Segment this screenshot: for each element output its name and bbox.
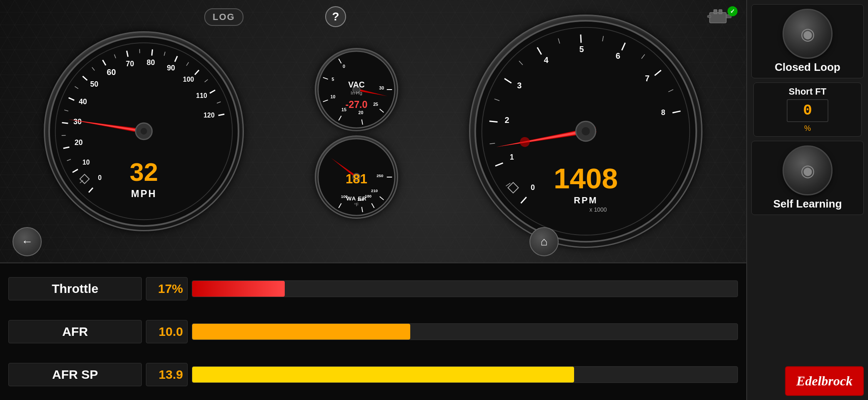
throttle-value: 17% bbox=[146, 277, 188, 300]
svg-text:90: 90 bbox=[167, 64, 175, 72]
svg-text:100: 100 bbox=[183, 76, 194, 83]
vac-value: -27.0 bbox=[345, 99, 367, 110]
svg-point-107 bbox=[582, 127, 590, 135]
svg-rect-111 bbox=[719, 10, 722, 14]
afrsp-track bbox=[192, 366, 738, 383]
svg-text:120: 120 bbox=[203, 112, 215, 119]
svg-text:10: 10 bbox=[83, 159, 90, 166]
edelbrock-logo: Edelbrock bbox=[785, 366, 864, 396]
vac-sublabel: In Hg bbox=[351, 90, 362, 95]
afr-label: AFR bbox=[8, 320, 142, 343]
speed-unit: MPH bbox=[131, 188, 157, 199]
center-gauges: 0 5 10 15 bbox=[315, 48, 398, 219]
svg-text:210: 210 bbox=[371, 188, 378, 193]
svg-point-43 bbox=[140, 128, 147, 135]
rpm-subunit: x 1000 bbox=[590, 206, 607, 213]
throttle-label: Throttle bbox=[8, 277, 142, 300]
throttle-track bbox=[192, 280, 738, 297]
water-label: WA ER bbox=[346, 195, 367, 202]
vac-svg: 0 5 10 15 bbox=[316, 49, 397, 130]
engine-icon: ✓ bbox=[705, 6, 739, 27]
afrsp-fill bbox=[192, 367, 574, 382]
svg-text:30: 30 bbox=[379, 85, 384, 90]
vac-gauge: 0 5 10 15 bbox=[315, 48, 398, 131]
throttle-row: Throttle 17% bbox=[8, 271, 738, 307]
svg-text:250: 250 bbox=[376, 173, 383, 178]
afrsp-value: 13.9 bbox=[146, 363, 188, 386]
afr-value: 10.0 bbox=[146, 320, 188, 343]
svg-line-81 bbox=[489, 121, 498, 122]
svg-text:7: 7 bbox=[645, 74, 650, 83]
rpm-value: 1408 bbox=[554, 162, 618, 195]
svg-text:5: 5 bbox=[332, 77, 334, 82]
svg-text:80: 80 bbox=[147, 58, 155, 67]
afr-fill bbox=[192, 324, 410, 340]
short-ft-value: 0 bbox=[803, 102, 812, 119]
svg-text:3: 3 bbox=[517, 81, 522, 90]
svg-text:✓: ✓ bbox=[730, 8, 735, 15]
svg-line-87 bbox=[581, 35, 581, 43]
svg-text:5: 5 bbox=[580, 45, 584, 54]
back-button[interactable]: ← bbox=[13, 227, 42, 256]
svg-text:10: 10 bbox=[331, 94, 336, 99]
home-button[interactable]: ⌂ bbox=[529, 227, 559, 256]
home-icon: ⌂ bbox=[541, 235, 548, 248]
svg-text:4: 4 bbox=[544, 55, 549, 65]
water-value: 181 bbox=[346, 172, 367, 186]
help-button[interactable]: ? bbox=[325, 6, 346, 27]
svg-text:40: 40 bbox=[79, 98, 87, 106]
rpm-unit: RPM bbox=[574, 195, 597, 205]
svg-rect-113 bbox=[707, 15, 711, 18]
svg-text:0: 0 bbox=[343, 64, 345, 69]
svg-text:6: 6 bbox=[616, 51, 620, 60]
short-ft-unit: % bbox=[804, 124, 811, 133]
svg-text:110: 110 bbox=[196, 92, 207, 99]
speedometer-gauge: 0 10 20 30 bbox=[44, 31, 244, 231]
afr-row: AFR 10.0 bbox=[8, 314, 738, 349]
short-ft-display: 0 bbox=[787, 99, 828, 122]
svg-text:8: 8 bbox=[661, 108, 665, 117]
svg-rect-109 bbox=[710, 12, 726, 23]
svg-text:0: 0 bbox=[531, 183, 535, 192]
svg-text:25: 25 bbox=[373, 102, 378, 107]
svg-text:50: 50 bbox=[90, 80, 98, 88]
bottom-bar: Throttle 17% AFR 10.0 AFR SP 13.9 bbox=[0, 262, 746, 400]
log-button[interactable]: LOG bbox=[204, 8, 243, 26]
svg-text:1: 1 bbox=[510, 153, 514, 161]
svg-line-30 bbox=[62, 135, 66, 136]
svg-text:60: 60 bbox=[107, 68, 116, 77]
svg-line-35 bbox=[140, 49, 140, 53]
engine-icon-area: ✓ bbox=[705, 6, 739, 27]
short-ft-section: Short FT 0 % bbox=[753, 82, 862, 137]
short-ft-label: Short FT bbox=[789, 86, 826, 97]
afr-track bbox=[192, 323, 738, 340]
svg-text:2: 2 bbox=[505, 115, 509, 125]
tachometer-svg: 0 1 2 3 4 bbox=[470, 16, 701, 247]
afrsp-row: AFR SP 13.9 bbox=[8, 357, 738, 392]
svg-line-8 bbox=[62, 122, 68, 123]
svg-text:20: 20 bbox=[359, 110, 364, 115]
back-icon: ← bbox=[21, 235, 33, 248]
water-gauge: 100 150 180 210 250 bbox=[315, 135, 398, 219]
closed-loop-indicator: ◉ bbox=[783, 9, 833, 59]
svg-text:70: 70 bbox=[126, 60, 134, 68]
closed-loop-label: Closed Loop bbox=[775, 61, 840, 74]
throttle-fill bbox=[192, 281, 285, 297]
afrsp-label: AFR SP bbox=[8, 363, 142, 386]
water-sublabel: °F bbox=[354, 202, 359, 207]
self-learning-section[interactable]: ◉ Self Learning bbox=[751, 141, 864, 215]
speedometer-svg: 0 10 20 30 bbox=[45, 32, 243, 230]
tachometer-gauge: 0 1 2 3 4 bbox=[469, 15, 702, 248]
gauge-area: 0 10 20 30 bbox=[0, 0, 746, 262]
self-learning-icon: ◉ bbox=[800, 161, 815, 180]
vac-label: VAC bbox=[348, 80, 365, 89]
right-panel: ◉ Closed Loop Short FT 0 % ◉ Self Learni… bbox=[746, 0, 868, 400]
svg-text:30: 30 bbox=[73, 118, 82, 126]
self-learning-indicator: ◉ bbox=[783, 145, 833, 195]
svg-line-18 bbox=[152, 50, 153, 56]
closed-loop-icon: ◉ bbox=[800, 24, 815, 43]
speed-value: 32 bbox=[130, 158, 158, 186]
main-background: 0 10 20 30 bbox=[0, 0, 868, 400]
svg-text:20: 20 bbox=[75, 138, 83, 147]
closed-loop-section[interactable]: ◉ Closed Loop bbox=[751, 4, 864, 78]
